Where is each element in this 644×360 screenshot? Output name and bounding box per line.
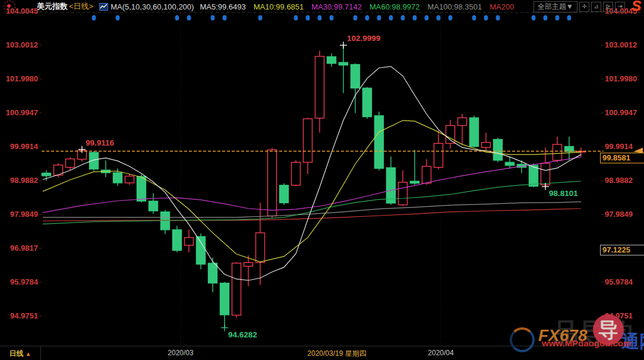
event-dot: [294, 15, 298, 21]
pan-icon[interactable]: ✛: [579, 2, 589, 12]
date-label: 2020/04: [428, 349, 453, 357]
candle-body: [185, 238, 194, 245]
line-chart-icon: [99, 3, 108, 11]
candle-body: [339, 62, 348, 65]
scale-icon[interactable]: ⊵: [603, 2, 613, 12]
event-dot: [389, 15, 393, 21]
sina-s-logo: S: [629, 0, 644, 14]
theme-dropdown-button[interactable]: 全部主题▼: [533, 1, 577, 12]
candle-body: [458, 118, 467, 125]
candle-body: [422, 166, 431, 183]
candle-body: [149, 201, 158, 211]
period-tag: <日线>: [69, 1, 93, 12]
y-axis-label: 98.9882: [0, 176, 38, 185]
extreme-price-label: 102.9999: [347, 34, 380, 43]
candle-body: [220, 283, 229, 315]
y-axis-label: 103.0012: [0, 40, 38, 49]
event-dot: [377, 15, 381, 21]
legend-ma-item: MA30:99.7142: [311, 2, 362, 11]
legend-ma-item: MA5:99.6493: [200, 2, 245, 11]
candle-body: [232, 263, 241, 315]
event-dot: [223, 15, 227, 21]
time-axis-bar: 日线 ▲ 2020/032020/03/19 星期四2020/04: [0, 346, 644, 360]
extreme-price-label: 98.8101: [549, 189, 578, 198]
y-axis-label: 99.9914: [0, 142, 38, 151]
candle-body: [42, 173, 51, 176]
y-axis-label: 103.0012: [605, 40, 637, 49]
ma-legend: MA5:99.6493MA10:99.6851MA30:99.7142MA60:…: [200, 2, 514, 11]
candle-body: [327, 56, 336, 63]
event-dot: [187, 15, 191, 21]
price-tag-97.1225: 97.1225: [600, 245, 644, 255]
candle-body: [173, 230, 182, 251]
ma-line-MA30: [43, 157, 581, 213]
event-dot: [365, 15, 370, 21]
candle-body: [90, 153, 99, 169]
event-dot: [353, 15, 358, 21]
event-dot: [306, 15, 310, 21]
event-dot: [258, 15, 263, 21]
symbol-title: 美元指数: [37, 1, 68, 12]
event-dot: [484, 15, 488, 21]
y-axis-label: 97.9849: [0, 210, 38, 219]
event-dot: [175, 15, 179, 21]
event-dot: [449, 15, 453, 21]
candle-body: [375, 116, 384, 169]
event-dot: [425, 15, 429, 21]
candle-body: [446, 125, 455, 143]
candle-body: [256, 233, 265, 263]
candlestick-chart[interactable]: 99.9116102.999994.628298.8101: [0, 0, 644, 360]
period-selector[interactable]: 日线 ▲: [0, 346, 41, 360]
candle-body: [351, 64, 360, 88]
chart-toolbar: ✛⊿⊵⇥: [577, 2, 625, 12]
y-axis-label: 94.9751: [605, 311, 633, 320]
candle-body: [434, 143, 443, 167]
price-tag-99.8581: 99.8581: [600, 153, 644, 163]
candle-body: [553, 144, 562, 160]
candle-body: [482, 143, 491, 148]
candle-body: [565, 147, 574, 152]
ma-line-MA5: [43, 67, 581, 280]
y-axis-label: 95.9784: [0, 277, 38, 286]
event-dot: [496, 15, 500, 21]
event-dot: [401, 15, 405, 21]
candle-body: [541, 163, 550, 185]
candle-body: [470, 118, 479, 146]
legend-ma-item: MA10:99.6851: [254, 2, 304, 11]
candle-body: [494, 140, 503, 160]
legend-ma-item: MA200: [490, 2, 514, 11]
legend-ma-item: MA60:98.9972: [370, 2, 420, 11]
y-axis-label: 96.9817: [0, 244, 38, 252]
trading-app-window: 99.9116102.999994.628298.8101 美元指数 <日线> …: [0, 0, 644, 360]
candle-body: [137, 176, 146, 201]
candle-body: [411, 181, 419, 183]
event-dot: [211, 15, 215, 21]
candle-body: [244, 263, 253, 266]
event-dot: [318, 15, 322, 21]
date-label: 2020/03/19 星期四: [307, 349, 366, 359]
candle-body: [197, 236, 206, 264]
candle-body: [280, 185, 289, 203]
candle-body: [268, 150, 277, 216]
y-axis-label: 100.9947: [0, 108, 38, 117]
ma-formula: MA(5,10,30,60,100,200): [111, 2, 194, 11]
event-dot: [437, 15, 441, 21]
y-axis-label: 101.9980: [605, 74, 637, 83]
event-dot: [413, 15, 417, 21]
axis-icon[interactable]: ⊿: [591, 2, 601, 12]
candle-body: [529, 165, 538, 186]
expand-icon[interactable]: ⇥: [615, 2, 625, 12]
ma-line-MA200: [43, 209, 581, 221]
y-axis-label: 100.9947: [605, 108, 637, 117]
event-dot: [544, 15, 548, 21]
y-axis-label: 101.9980: [0, 74, 38, 83]
triangle-up-icon: ▲: [26, 350, 31, 357]
event-dot: [472, 15, 476, 21]
event-dot: [116, 15, 120, 21]
y-axis-label: 97.9849: [605, 210, 633, 219]
event-dot: [532, 15, 536, 21]
event-dot: [330, 15, 334, 21]
y-axis-label: 95.9784: [605, 277, 633, 286]
candle-body: [363, 88, 372, 116]
crosshair-target-icon[interactable]: [4, 1, 15, 12]
